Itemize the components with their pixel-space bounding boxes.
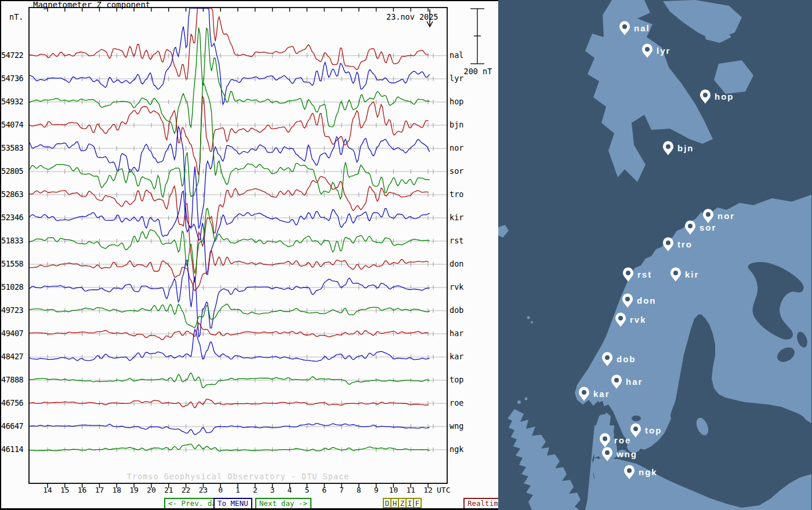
y-value-rvk: 51028 <box>1 282 26 292</box>
component-selector[interactable]: DHZIF <box>383 498 422 508</box>
x-tick-16: 16 <box>74 486 91 494</box>
x-tick-20: 20 <box>143 486 160 494</box>
y-value-kar: 48427 <box>1 352 26 361</box>
map-pin-label-kir: kir <box>685 269 699 279</box>
panel-top-border <box>0 0 498 1</box>
x-tick-23: 23 <box>194 486 212 494</box>
panel-left-border <box>0 0 1 510</box>
map-pin-label-don: don <box>637 296 657 305</box>
x-tick-7: 7 <box>333 486 350 494</box>
x-tick-6: 6 <box>316 486 333 494</box>
trace-sor <box>29 83 430 199</box>
station-label-bjn: bjn <box>449 120 463 129</box>
y-value-don: 51558 <box>1 259 26 268</box>
trace-rvk <box>29 260 430 337</box>
x-tick-11: 11 <box>402 486 419 494</box>
map-pin-label-nor: nor <box>717 211 735 221</box>
y-value-nor: 53583 <box>1 143 26 152</box>
x-tick-21: 21 <box>160 486 177 494</box>
trace-kir <box>29 191 430 275</box>
trace-nal <box>29 8 429 79</box>
y-value-roe: 46756 <box>1 398 26 407</box>
map-pin-label-rvk: rvk <box>630 315 647 325</box>
x-tick-22: 22 <box>177 486 195 494</box>
plot-title: Magnetometer Z component <box>33 0 150 9</box>
station-label-ngk: ngk <box>449 445 463 454</box>
station-label-dob: dob <box>449 305 463 315</box>
station-label-don: don <box>449 259 463 268</box>
gridlines <box>29 53 447 452</box>
station-label-kir: kir <box>449 213 463 222</box>
y-value-ngk: 46114 <box>1 445 26 454</box>
observatory-watermark: Tromso Geophysical Observatory - DTU Spa… <box>29 472 447 481</box>
to-menu-button[interactable]: To MENU <box>213 498 252 509</box>
station-label-kar: kar <box>449 352 463 361</box>
x-tick-5: 5 <box>298 486 316 494</box>
map-pin-label-top: top <box>645 425 662 435</box>
y-value-top: 47888 <box>1 375 26 384</box>
x-tick-8: 8 <box>350 486 368 494</box>
trace-ngk <box>29 444 430 451</box>
scandinavia-map: nallyrhopbjnnorsortrorstkirdonrvkdobhark… <box>498 0 812 510</box>
station-label-hop: hop <box>449 97 463 106</box>
magnetogram-panel: Magnetometer Z component nT. 23.nov 2025… <box>0 0 498 510</box>
trace-lyr <box>29 8 430 104</box>
date-label: 23.nov 2025 <box>386 12 438 21</box>
x-tick-19: 19 <box>125 486 143 494</box>
x-tick-17: 17 <box>90 486 108 494</box>
map-pin-label-lyr: lyr <box>657 46 670 56</box>
trace-wng <box>29 424 430 435</box>
y-value-har: 49407 <box>1 329 26 338</box>
station-label-top: top <box>449 375 463 384</box>
magnetogram-plot <box>0 0 498 510</box>
map-pin-label-hop: hop <box>715 92 734 101</box>
trace-bjn <box>29 96 429 176</box>
y-value-hop: 54932 <box>1 97 26 106</box>
x-tick-9: 9 <box>368 486 385 494</box>
x-tick-12: 12 <box>419 486 437 494</box>
map-pin-label-sor: sor <box>699 223 716 232</box>
trace-don <box>29 250 429 291</box>
x-tick-3: 3 <box>264 486 281 494</box>
trace-dob <box>29 304 430 328</box>
station-label-nal: nal <box>449 50 463 60</box>
y-value-kir: 52346 <box>1 213 26 222</box>
map-pin-label-wng: wng <box>616 449 637 459</box>
scale-bar <box>470 9 484 64</box>
x-tick-15: 15 <box>56 486 74 494</box>
map-pin-label-kar: kar <box>593 389 610 399</box>
next-day-button[interactable]: Next day -> <box>255 498 311 509</box>
y-axis-unit-label: nT. <box>9 12 23 21</box>
y-value-dob: 49723 <box>1 305 26 315</box>
x-tick-0: 0 <box>212 486 229 494</box>
y-value-wng: 46647 <box>1 421 26 431</box>
x-tick-4: 4 <box>281 486 298 494</box>
y-value-sor: 52805 <box>1 166 26 176</box>
station-label-lyr: lyr <box>449 74 463 83</box>
x-tick-1: 1 <box>229 486 246 494</box>
station-map-panel: nallyrhopbjnnorsortrorstkirdonrvkdobhark… <box>498 0 812 510</box>
y-value-tro: 52863 <box>1 190 26 199</box>
x-tick-14: 14 <box>39 486 56 494</box>
station-label-har: har <box>449 329 463 338</box>
trace-tro <box>29 177 429 283</box>
scale-bar-label: 200 nT <box>461 67 495 76</box>
station-label-tro: tro <box>449 190 463 199</box>
utc-label: UTC <box>437 486 450 494</box>
y-value-lyr: 54736 <box>1 74 26 83</box>
y-value-nal: 54722 <box>1 50 26 60</box>
map-pin-label-har: har <box>626 377 643 387</box>
magnetometer-traces <box>29 8 430 451</box>
trace-har <box>29 323 429 340</box>
map-pin-label-dob: dob <box>617 354 636 364</box>
y-value-bjn: 54074 <box>1 120 26 129</box>
y-value-rst: 51833 <box>1 236 26 245</box>
component-button-F[interactable]: F <box>413 498 422 508</box>
trace-hop <box>29 28 430 134</box>
station-label-nor: nor <box>449 143 463 152</box>
magnetometer-app: Magnetometer Z component nT. 23.nov 2025… <box>0 0 812 510</box>
x-tick-2: 2 <box>246 486 264 494</box>
map-pin-label-bjn: bjn <box>677 143 694 153</box>
x-tick-10: 10 <box>385 486 402 494</box>
station-label-rvk: rvk <box>449 282 463 292</box>
